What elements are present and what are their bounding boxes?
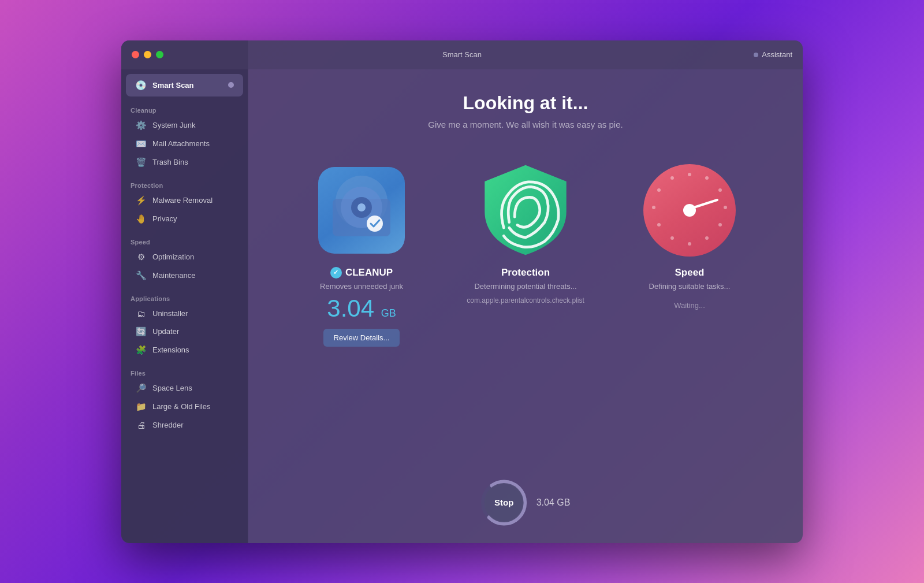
- assistant-button[interactable]: Assistant: [754, 50, 792, 59]
- sidebar-section-speed: Speed ⚙ Optimization 🔧 Maintenance: [121, 231, 248, 287]
- title-bar: Smart Scan Assistant: [121, 40, 803, 69]
- minimize-button[interactable]: [144, 51, 151, 58]
- main-content: Looking at it... Give me a moment. We al…: [248, 40, 803, 543]
- sidebar-label-uninstaller: Uninstaller: [152, 309, 188, 318]
- sidebar-item-optimization[interactable]: ⚙ Optimization: [131, 248, 239, 266]
- svg-point-14: [652, 206, 655, 209]
- section-label-files: Files: [131, 370, 239, 377]
- svg-point-7: [718, 188, 722, 192]
- sidebar-item-large-old-files[interactable]: 📁 Large & Old Files: [131, 398, 239, 416]
- bottom-bar: Stop 3.04 GB: [481, 480, 571, 526]
- trash-icon: 🗑️: [135, 157, 147, 168]
- privacy-icon: 🤚: [135, 214, 147, 224]
- uninstaller-icon: 🗂: [135, 309, 147, 318]
- sidebar-section-applications: Applications 🗂 Uninstaller 🔄 Updater 🧩 E…: [121, 287, 248, 362]
- close-button[interactable]: [132, 51, 139, 58]
- review-details-button[interactable]: Review Details...: [323, 329, 400, 347]
- sidebar-item-maintenance[interactable]: 🔧 Maintenance: [131, 266, 239, 285]
- sidebar-item-privacy[interactable]: 🤚 Privacy: [131, 210, 239, 228]
- space-lens-icon: 🔎: [135, 383, 147, 393]
- cleanup-icon-wrapper: [315, 164, 408, 257]
- extensions-icon: 🧩: [135, 345, 147, 355]
- maximize-button[interactable]: [156, 51, 163, 58]
- section-label-protection: Protection: [131, 182, 239, 189]
- sidebar-label-maintenance: Maintenance: [152, 271, 195, 280]
- svg-point-5: [688, 173, 691, 176]
- svg-point-6: [705, 176, 709, 180]
- sidebar-item-updater[interactable]: 🔄 Updater: [131, 322, 239, 341]
- svg-point-11: [688, 242, 691, 246]
- sidebar-label-optimization: Optimization: [152, 252, 194, 261]
- cleanup-title-text: CLEANUP: [345, 267, 393, 278]
- sidebar-label-extensions: Extensions: [152, 346, 189, 354]
- optimization-icon: ⚙: [135, 252, 147, 262]
- svg-point-10: [705, 236, 709, 240]
- sidebar-label-large-old-files: Large & Old Files: [152, 402, 210, 411]
- sidebar-item-malware-removal[interactable]: ⚡ Malware Removal: [131, 191, 239, 210]
- smart-scan-icon: 💿: [135, 80, 147, 91]
- stop-button-inner: Stop: [485, 483, 524, 522]
- sidebar-item-uninstaller[interactable]: 🗂 Uninstaller: [131, 305, 239, 322]
- system-junk-icon: ⚙️: [135, 120, 147, 131]
- protection-icon-wrapper: [479, 164, 572, 257]
- large-files-icon: 📁: [135, 402, 147, 412]
- protection-shield-icon: [479, 161, 572, 259]
- protection-desc: Determining potential threats...: [474, 282, 576, 291]
- section-label-applications: Applications: [131, 295, 239, 302]
- sidebar-label-privacy: Privacy: [152, 214, 177, 223]
- cleanup-desc: Removes unneeded junk: [320, 282, 403, 291]
- protection-card-title: Protection: [501, 267, 550, 278]
- svg-point-13: [657, 223, 661, 226]
- sidebar-section-cleanup: Cleanup ⚙️ System Junk ✉️ Mail Attachmen…: [121, 99, 248, 174]
- sidebar-label-system-junk: System Junk: [152, 121, 195, 129]
- speed-gauge-icon: [643, 164, 736, 257]
- cleanup-card-title: ✓ CLEANUP: [330, 267, 393, 278]
- maintenance-icon: 🔧: [135, 270, 147, 281]
- sidebar-item-extensions[interactable]: 🧩 Extensions: [131, 341, 239, 359]
- mail-icon: ✉️: [135, 139, 147, 149]
- section-label-speed: Speed: [131, 239, 239, 246]
- speed-title-text: Speed: [675, 267, 704, 278]
- sidebar-item-system-junk[interactable]: ⚙️ System Junk: [131, 116, 239, 135]
- window-title: Smart Scan: [442, 50, 482, 59]
- svg-point-18: [683, 204, 696, 217]
- sidebar-label-updater: Updater: [152, 327, 179, 336]
- svg-point-15: [657, 188, 661, 192]
- cleanup-size: 3.04 GB: [327, 296, 396, 321]
- sidebar-item-smart-scan[interactable]: 💿 Smart Scan: [126, 74, 243, 96]
- speed-desc: Defining suitable tasks...: [649, 282, 731, 291]
- svg-point-4: [367, 216, 383, 232]
- stop-size-label: 3.04 GB: [536, 497, 571, 508]
- card-cleanup: ✓ CLEANUP Removes unneeded junk 3.04 GB …: [286, 153, 437, 364]
- sidebar-label-mail-attachments: Mail Attachments: [152, 139, 210, 148]
- sidebar-section-protection: Protection ⚡ Malware Removal 🤚 Privacy: [121, 174, 248, 231]
- sidebar-item-shredder[interactable]: 🖨 Shredder: [131, 416, 239, 434]
- svg-point-16: [670, 176, 674, 180]
- main-subtitle: Give me a moment. We all wish it was eas…: [428, 120, 623, 129]
- shredder-icon: 🖨: [135, 420, 147, 430]
- updater-icon: 🔄: [135, 326, 147, 337]
- speed-card-title: Speed: [675, 267, 704, 278]
- assistant-dot: [754, 53, 758, 57]
- svg-point-9: [718, 223, 722, 226]
- sidebar-label-trash-bins: Trash Bins: [152, 158, 188, 166]
- sidebar-section-files: Files 🔎 Space Lens 📁 Large & Old Files 🖨…: [121, 362, 248, 436]
- stop-button-wrapper[interactable]: Stop: [481, 480, 527, 526]
- svg-point-3: [357, 203, 366, 211]
- sidebar-item-space-lens[interactable]: 🔎 Space Lens: [131, 379, 239, 398]
- sidebar-item-mail-attachments[interactable]: ✉️ Mail Attachments: [131, 135, 239, 153]
- card-protection: Protection Determining potential threats…: [450, 153, 601, 325]
- svg-point-8: [724, 206, 727, 209]
- stop-label: Stop: [494, 497, 513, 507]
- main-header: Looking at it... Give me a moment. We al…: [428, 92, 623, 129]
- sidebar-label-malware-removal: Malware Removal: [152, 196, 213, 205]
- speed-icon-wrapper: [643, 164, 736, 257]
- sidebar-label-shredder: Shredder: [152, 421, 183, 429]
- card-speed: Speed Defining suitable tasks... Waiting…: [614, 153, 765, 327]
- sidebar-item-trash-bins[interactable]: 🗑️ Trash Bins: [131, 153, 239, 172]
- sidebar-label-space-lens: Space Lens: [152, 384, 192, 392]
- protection-title-text: Protection: [501, 267, 550, 278]
- scan-indicator: [228, 82, 234, 88]
- main-title: Looking at it...: [428, 92, 623, 114]
- assistant-label: Assistant: [762, 50, 792, 59]
